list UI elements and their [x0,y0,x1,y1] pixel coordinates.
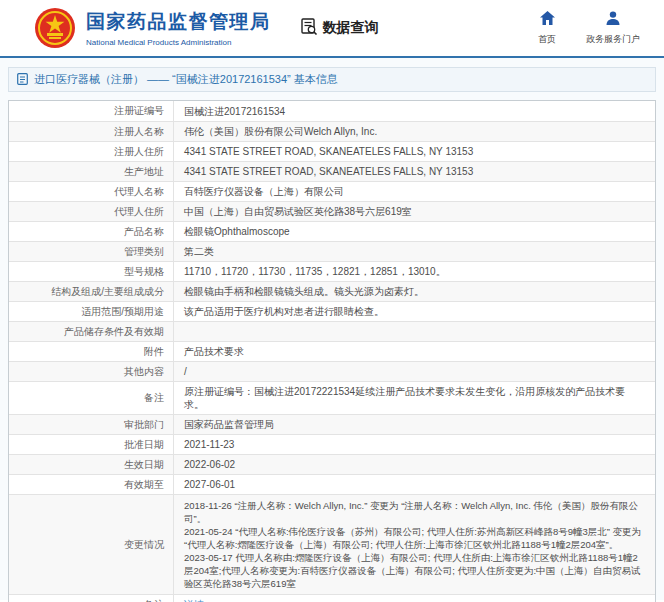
row-label: 生效日期 [9,455,174,474]
document-icon [17,73,28,87]
row-label: 结构及组成/主要组成成分 [9,282,174,301]
row-value: 原注册证编号：国械注进20172221534延续注册产品技术要求未发生变化，沿用… [174,382,655,414]
row-label: 管理类别 [9,242,174,261]
row-value: 2027-06-01 [174,475,655,494]
row-value: 伟伦（美国）股份有限公司Welch Allyn, Inc. [174,122,655,141]
row-label: 注册证编号 [9,101,174,121]
row-value: 中国（上海）自由贸易试验区英伦路38号六层619室 [174,202,655,221]
row-value: 该产品适用于医疗机构对患者进行眼睛检查。 [174,302,655,321]
table-row: 其他内容 / [9,361,655,381]
row-value: 4341 STATE STREET ROAD, SKANEATELES FALL… [174,162,655,181]
row-label: 注册人住所 [9,142,174,161]
row-value: 4341 STATE STREET ROAD, SKANEATELES FALL… [174,142,655,161]
row-label: 备注 [9,382,174,414]
breadcrumb-text: 进口医疗器械（注册） —— “国械注进20172161534” 基本信息 [34,72,338,87]
row-value [174,322,655,341]
row-label: 注册人名称 [9,122,174,141]
registration-info-table: 注册证编号 国械注进20172161534 注册人名称 伟伦（美国）股份有限公司… [8,100,656,602]
table-row: 注册证编号 国械注进20172161534 [9,101,655,121]
data-query-icon [301,18,318,38]
row-value: 11710，11720，11730，11735，12821，12851，1301… [174,262,655,281]
table-row: 适用范围/预期用途 该产品适用于医疗机构对患者进行眼睛检查。 [9,301,655,321]
row-label: 产品储存条件及有效期 [9,322,174,341]
row-value: 2018-11-26 “注册人名称：Welch Allyn, Inc.” 变更为… [174,495,655,594]
breadcrumb: 进口医疗器械（注册） —— “国械注进20172161534” 基本信息 [8,67,656,92]
site-header: 国家药品监督管理局 National Medical Products Admi… [0,0,664,58]
agency-title-block: 国家药品监督管理局 National Medical Products Admi… [86,9,271,47]
user-icon [606,11,620,29]
row-value: 国家药品监督管理局 [174,415,655,434]
row-value: 检眼镜Ophthalmoscope [174,222,655,241]
row-value: 产品技术要求 [174,342,655,361]
row-label: 备注 [9,595,174,602]
header-nav: 首页 政务服务门户 [538,11,650,46]
table-row: 代理人名称 百特医疗仪器设备（上海）有限公司 [9,181,655,201]
data-query-label: 数据查询 [323,19,379,37]
table-row: 备注 原注册证编号：国械注进20172221534延续注册产品技术要求未发生变化… [9,381,655,414]
table-row: 注册人住所 4341 STATE STREET ROAD, SKANEATELE… [9,141,655,161]
row-value: 详情 [174,595,655,602]
row-label: 型号规格 [9,262,174,281]
row-label: 代理人住所 [9,202,174,221]
agency-name-cn: 国家药品监督管理局 [86,9,271,35]
row-value: 百特医疗仪器设备（上海）有限公司 [174,182,655,201]
row-value: 国械注进20172161534 [174,101,655,121]
home-icon [540,11,555,29]
table-row: 代理人住所 中国（上海）自由贸易试验区英伦路38号六层619室 [9,201,655,221]
nav-gov-portal-label: 政务服务门户 [586,33,640,46]
page-content: 进口医疗器械（注册） —— “国械注进20172161534” 基本信息 注册证… [0,58,664,600]
row-label: 批准日期 [9,435,174,454]
row-label: 代理人名称 [9,182,174,201]
table-row: 批准日期 2021-11-23 [9,434,655,454]
table-row: 注册人名称 伟伦（美国）股份有限公司Welch Allyn, Inc. [9,121,655,141]
row-label: 有效期至 [9,475,174,494]
row-value: 2022-06-02 [174,455,655,474]
row-value: / [174,362,655,381]
table-row-remark-detail: 备注 详情 [9,594,655,602]
agency-logo-group: 国家药品监督管理局 National Medical Products Admi… [34,7,271,49]
nav-data-query[interactable]: 数据查询 [301,18,379,38]
detail-link[interactable]: 详情 [184,598,204,602]
table-row: 结构及组成/主要组成成分 检眼镜由手柄和检眼镜镜头组成。镜头光源为卤素灯。 [9,281,655,301]
row-label: 变更情况 [9,495,174,594]
agency-name-en: National Medical Products Administration [86,38,271,47]
row-label: 审批部门 [9,415,174,434]
row-label: 附件 [9,342,174,361]
table-row: 生效日期 2022-06-02 [9,454,655,474]
table-row: 产品名称 检眼镜Ophthalmoscope [9,221,655,241]
table-row: 审批部门 国家药品监督管理局 [9,414,655,434]
nav-home-label: 首页 [538,33,556,46]
nav-home[interactable]: 首页 [538,11,556,46]
table-row: 附件 产品技术要求 [9,341,655,361]
table-row: 有效期至 2027-06-01 [9,474,655,494]
row-label: 其他内容 [9,362,174,381]
row-value: 2021-11-23 [174,435,655,454]
row-value: 第二类 [174,242,655,261]
national-emblem-icon [34,7,76,49]
table-row: 型号规格 11710，11720，11730，11735，12821，12851… [9,261,655,281]
table-row: 生产地址 4341 STATE STREET ROAD, SKANEATELES… [9,161,655,181]
row-value: 检眼镜由手柄和检眼镜镜头组成。镜头光源为卤素灯。 [174,282,655,301]
row-label: 生产地址 [9,162,174,181]
nav-gov-portal[interactable]: 政务服务门户 [586,11,640,46]
row-label: 产品名称 [9,222,174,241]
table-row-change-history: 变更情况 2018-11-26 “注册人名称：Welch Allyn, Inc.… [9,494,655,594]
table-row: 产品储存条件及有效期 [9,321,655,341]
table-row: 管理类别 第二类 [9,241,655,261]
row-label: 适用范围/预期用途 [9,302,174,321]
